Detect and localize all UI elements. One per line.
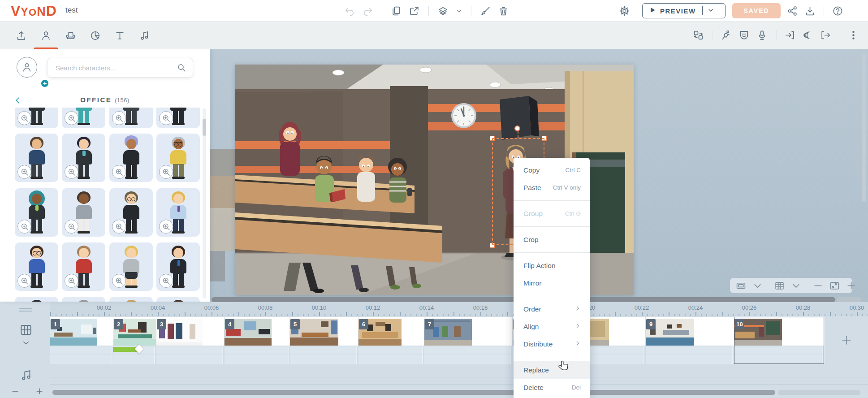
preview-button[interactable]: PREVIEW xyxy=(642,3,725,18)
menu-item-crop[interactable]: Crop xyxy=(514,231,590,248)
menu-item-paste[interactable]: PasteCtrl V only xyxy=(514,179,590,196)
zoom-in-icon[interactable] xyxy=(112,165,126,179)
character-card[interactable] xyxy=(109,108,153,128)
zoom-in-icon[interactable] xyxy=(159,165,173,179)
tab-props[interactable] xyxy=(58,22,83,49)
scene-block[interactable]: 2 xyxy=(113,317,156,346)
character-card[interactable] xyxy=(156,108,200,128)
canvas-hscrollbar-track[interactable] xyxy=(837,297,861,302)
tab-charts[interactable] xyxy=(83,22,108,49)
tab-upload[interactable] xyxy=(9,22,34,49)
character-card[interactable] xyxy=(156,188,200,237)
motion-icon[interactable] xyxy=(802,30,814,42)
character-card[interactable] xyxy=(109,297,153,302)
tab-character[interactable] xyxy=(34,22,58,49)
character-card[interactable] xyxy=(62,297,105,302)
zoom-in-icon[interactable] xyxy=(17,274,31,288)
scene-block[interactable]: 5 xyxy=(290,317,358,346)
scene-subtrack-cell[interactable] xyxy=(113,355,155,364)
scene-subtrack-cell[interactable] xyxy=(225,346,289,354)
redo-icon[interactable] xyxy=(362,5,373,17)
scene-block[interactable]: 4 xyxy=(225,317,289,346)
expression-icon[interactable] xyxy=(738,30,751,42)
layers-icon[interactable] xyxy=(437,5,449,17)
download-icon[interactable] xyxy=(804,5,816,17)
scene-subtrack-cell[interactable] xyxy=(646,355,733,364)
character-card[interactable] xyxy=(62,188,105,237)
chevron-down-icon[interactable] xyxy=(707,7,714,15)
scene-subtrack-cell[interactable] xyxy=(424,346,511,354)
chevron-down-icon[interactable] xyxy=(790,280,798,291)
zoom-in-icon[interactable] xyxy=(17,220,31,234)
dialog-icon[interactable] xyxy=(756,30,769,42)
zoom-in-icon[interactable] xyxy=(159,274,173,288)
menu-item-align[interactable]: Align xyxy=(514,318,590,335)
enter-effect-icon[interactable] xyxy=(784,30,796,42)
character-card[interactable] xyxy=(62,134,105,182)
zoom-in-icon[interactable] xyxy=(17,165,31,179)
timeline-hscrollbar-track[interactable] xyxy=(778,390,860,395)
character-card[interactable] xyxy=(156,242,200,291)
canvas-vscrollbar[interactable] xyxy=(862,54,866,202)
scene-block[interactable]: 1 xyxy=(50,317,113,346)
scene-block[interactable]: 9 xyxy=(646,317,734,346)
character-card[interactable] xyxy=(62,242,105,291)
scene-subtrack-cell[interactable] xyxy=(424,355,511,364)
timeline-hscrollbar[interactable] xyxy=(52,390,775,395)
fit-screen-icon[interactable] xyxy=(829,280,840,291)
swap-icon[interactable] xyxy=(693,30,705,42)
character-card[interactable] xyxy=(15,188,58,237)
character-card[interactable] xyxy=(15,297,58,302)
menu-item-order[interactable]: Order xyxy=(514,300,590,318)
saved-button[interactable]: SAVED xyxy=(732,3,781,18)
grid-icon[interactable] xyxy=(774,280,785,291)
search-input[interactable] xyxy=(56,58,172,77)
add-scene-button[interactable] xyxy=(841,334,852,346)
gear-icon[interactable] xyxy=(618,5,630,17)
zoom-in-icon[interactable] xyxy=(159,111,173,125)
scene-block[interactable]: 7 xyxy=(424,317,512,346)
menu-item-flip-action[interactable]: Flip Action xyxy=(514,257,590,274)
more-options-icon[interactable] xyxy=(848,30,860,42)
action-icon[interactable] xyxy=(721,30,733,42)
character-card[interactable] xyxy=(15,108,58,128)
exit-effect-icon[interactable] xyxy=(820,30,832,42)
zoom-in-icon[interactable] xyxy=(65,111,78,125)
zoom-in-icon[interactable] xyxy=(65,220,78,234)
zoom-in-icon[interactable] xyxy=(65,165,78,179)
timeline-ruler[interactable]: 00:0200:0400:0600:0800:1000:1200:1400:16… xyxy=(0,302,868,316)
scene-subtrack-cell[interactable] xyxy=(290,346,357,354)
timeline-zoom-out[interactable] xyxy=(11,387,20,398)
tab-text[interactable] xyxy=(108,22,132,49)
timeline-drag-handle[interactable] xyxy=(19,308,32,311)
character-card[interactable] xyxy=(62,108,105,128)
zoom-in-icon[interactable] xyxy=(112,220,126,234)
menu-item-replace[interactable]: Replace xyxy=(514,361,590,379)
search-icon[interactable] xyxy=(177,63,186,73)
menu-item-distribute[interactable]: Distribute xyxy=(514,335,590,353)
rotation-handle[interactable] xyxy=(514,125,520,131)
scene-subtrack-cell[interactable] xyxy=(50,355,112,364)
project-title[interactable]: test xyxy=(65,6,78,15)
scene-subtrack-cell[interactable] xyxy=(156,346,223,354)
character-card[interactable] xyxy=(15,242,58,291)
panel-scrollbar-track[interactable] xyxy=(203,108,206,298)
panel-scrollbar-thumb[interactable] xyxy=(203,119,206,136)
zoom-in-icon[interactable] xyxy=(159,220,173,234)
character-card[interactable] xyxy=(156,134,200,182)
character-card[interactable] xyxy=(156,297,200,302)
safe-area-icon[interactable] xyxy=(735,280,747,291)
character-card[interactable] xyxy=(109,134,153,182)
help-icon[interactable] xyxy=(832,5,843,17)
zoom-in-icon[interactable] xyxy=(112,111,126,125)
scene-subtrack-cell[interactable] xyxy=(225,355,289,364)
timeline-zoom-in[interactable] xyxy=(35,387,44,398)
scene-block[interactable]: 6 xyxy=(358,317,424,346)
character-card[interactable] xyxy=(109,242,153,291)
scene-subtrack-cell[interactable] xyxy=(156,355,223,364)
zoom-out-icon[interactable] xyxy=(812,280,824,291)
menu-item-delete[interactable]: DeleteDel xyxy=(514,379,590,396)
scene-subtrack-cell[interactable] xyxy=(50,346,112,354)
trash-icon[interactable] xyxy=(498,5,509,17)
zoom-in-icon[interactable] xyxy=(17,111,31,125)
